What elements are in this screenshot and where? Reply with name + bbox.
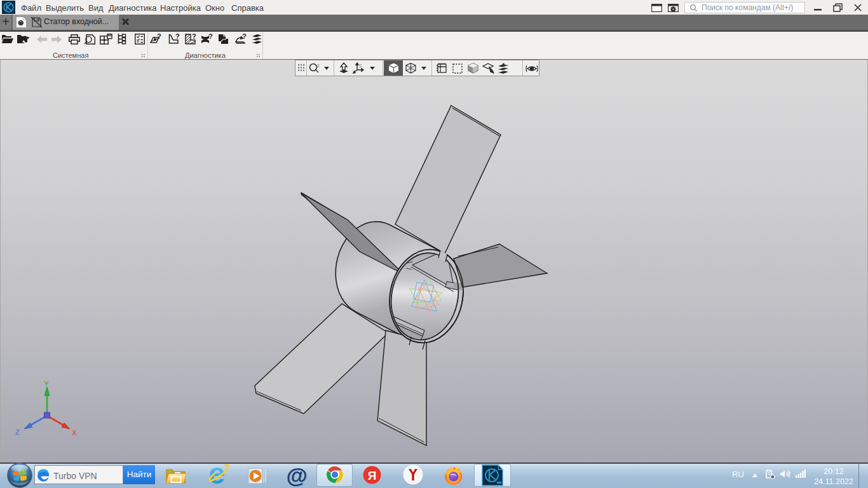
- svg-text:Y: Y: [44, 380, 49, 388]
- svg-text:Я: Я: [368, 469, 377, 482]
- svg-text:Z: Z: [15, 428, 20, 436]
- svg-text:e: e: [208, 463, 225, 487]
- svg-text:X: X: [72, 429, 77, 437]
